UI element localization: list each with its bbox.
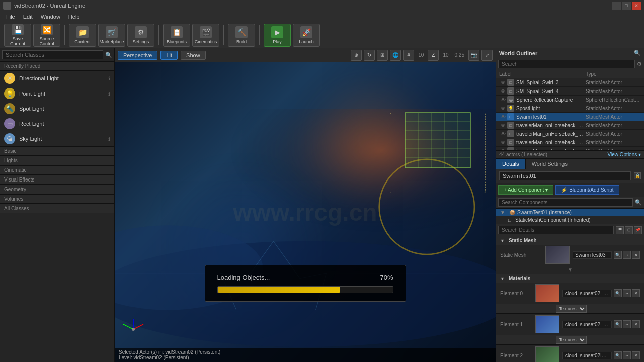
- outliner-row[interactable]: 👁 □ SM_Spiral_Swirl_4 StaticMeshActor: [496, 87, 644, 96]
- rect-light-item[interactable]: ▭ Rect Light: [0, 116, 114, 131]
- visual-effects-header[interactable]: Visual Effects: [0, 175, 114, 185]
- mat-1-clear[interactable]: ✕: [632, 320, 640, 328]
- outliner-search-icon[interactable]: 🔍: [634, 50, 641, 56]
- point-light-item[interactable]: 💡 Point Light ℹ: [0, 86, 114, 101]
- section-expand[interactable]: ▼: [496, 265, 644, 274]
- build-icon: 🔨: [235, 26, 248, 38]
- cinematics-button[interactable]: 🎬 Cinematics: [192, 24, 219, 47]
- collapse-arrow: ▼: [500, 276, 505, 281]
- row-visibility-icon[interactable]: 👁: [499, 88, 507, 94]
- mat-0-arrow[interactable]: →: [623, 289, 631, 297]
- row-visibility-icon[interactable]: 👁: [499, 106, 507, 111]
- camera-icon[interactable]: 📷: [468, 50, 479, 61]
- row-visibility-icon[interactable]: 👁: [499, 114, 507, 120]
- menu-help[interactable]: Help: [64, 13, 84, 21]
- lock-icon[interactable]: 🔒: [634, 172, 641, 179]
- class-search-input[interactable]: [2, 50, 103, 59]
- outliner-row[interactable]: 👁 □ travelerMan_onHorseback_UE4_pose3 St…: [496, 138, 644, 147]
- mat-2-browse[interactable]: 🔍: [614, 351, 622, 359]
- outliner-settings-icon[interactable]: ⚙: [637, 61, 642, 67]
- tab-details[interactable]: Details: [496, 159, 526, 169]
- component-search-input[interactable]: [498, 198, 633, 207]
- outliner-row[interactable]: 👁 💡 SpostLight StaticMeshActor: [496, 104, 644, 113]
- mat-2-arrow[interactable]: →: [623, 351, 631, 359]
- row-visibility-icon[interactable]: 👁: [499, 131, 507, 137]
- outliner-row[interactable]: 👁 □ SM_Spiral_Swirl_3 StaticMeshActor: [496, 78, 644, 87]
- detail-search-input[interactable]: [498, 226, 614, 234]
- maximize-button[interactable]: □: [622, 2, 631, 10]
- row-visibility-icon[interactable]: 👁: [499, 80, 507, 85]
- row-visibility-icon[interactable]: 👁: [499, 97, 507, 103]
- world-icon[interactable]: 🌐: [390, 50, 401, 61]
- directional-light-item[interactable]: ☀ Directional Light ℹ: [0, 71, 114, 86]
- volumes-header[interactable]: Volumes: [0, 194, 114, 204]
- perspective-button[interactable]: Perspective: [118, 51, 157, 60]
- mesh-arrow-button[interactable]: →: [623, 251, 631, 259]
- outliner-row[interactable]: 👁 □ travelerMan_onHorseback_UE4_pose1 St…: [496, 121, 644, 130]
- detail-grid-icon[interactable]: ⊞: [625, 226, 633, 234]
- outliner-search-input[interactable]: [498, 60, 635, 68]
- mat-1-dropdown[interactable]: Textures: [556, 336, 587, 344]
- settings-button[interactable]: ⚙ Settings: [127, 24, 154, 47]
- lights-header[interactable]: Lights: [0, 156, 114, 165]
- main-area: 🔍 Recently Placed ☀ Directional Light ℹ …: [0, 48, 644, 362]
- detail-pin-icon[interactable]: 📌: [634, 226, 642, 234]
- view-options-button[interactable]: View Options ▾: [607, 152, 641, 157]
- mat-0-browse[interactable]: 🔍: [614, 289, 622, 297]
- detail-list-icon[interactable]: ☰: [616, 226, 624, 234]
- all-classes-header[interactable]: All Classes: [0, 204, 114, 213]
- menu-edit[interactable]: Edit: [19, 13, 37, 21]
- cinematic-header[interactable]: Cinematic: [0, 165, 114, 175]
- content-button[interactable]: 📁 Content: [69, 24, 96, 47]
- build-button[interactable]: 🔨 Build: [228, 24, 255, 47]
- show-button[interactable]: Show: [181, 51, 206, 60]
- close-button[interactable]: ✕: [632, 2, 641, 10]
- add-component-button[interactable]: + Add Component ▾: [498, 185, 553, 195]
- component-tree-root[interactable]: ▼ 📦 SwarmTest01 (Instance): [496, 209, 644, 216]
- blueprints-button[interactable]: 📋 Blueprints: [163, 24, 190, 47]
- outliner-row[interactable]: 👁 □ travelerMan_onHorseback_UE4_pose2 St…: [496, 130, 644, 138]
- 3d-viewport[interactable]: Loading Objects... 70% Selected Actor(s)…: [115, 62, 496, 362]
- outliner-row-selected[interactable]: 👁 □ SwarmTest01 StaticMeshActor: [496, 113, 644, 121]
- row-visibility-icon[interactable]: 👁: [499, 123, 507, 128]
- mat-1-browse[interactable]: 🔍: [614, 320, 622, 328]
- menu-window[interactable]: Window: [37, 13, 64, 21]
- actor-name-input[interactable]: [499, 171, 631, 180]
- maximize-viewport-icon[interactable]: ⤢: [481, 50, 493, 61]
- translate-icon[interactable]: ⊕: [351, 50, 362, 61]
- outliner-row[interactable]: 👁 ◎ SphereReflectionCapture SphereReflec…: [496, 96, 644, 104]
- sky-light-item[interactable]: 🌤 Sky Light ℹ: [0, 131, 114, 146]
- launch-button[interactable]: 🚀 Launch: [293, 24, 320, 47]
- rotate-icon[interactable]: ↻: [364, 50, 375, 61]
- marketplace-button[interactable]: 🛒 Marketplace: [98, 24, 125, 47]
- mat-0-dropdown[interactable]: Textures: [556, 305, 587, 313]
- loading-bar-fill: [218, 287, 341, 293]
- menu-file[interactable]: File: [2, 13, 19, 21]
- static-mesh-section-header[interactable]: ▼ Static Mesh: [496, 236, 644, 245]
- save-current-button[interactable]: 💾 Save Current: [4, 24, 31, 47]
- scale-icon[interactable]: ⊞: [377, 50, 388, 61]
- mesh-clear-button[interactable]: ✕: [632, 251, 640, 259]
- mat-1-arrow[interactable]: →: [623, 320, 631, 328]
- static-mesh-row: Static Mesh SwarmTest03 🔍 → ✕: [496, 245, 644, 265]
- outliner-row[interactable]: 👁 □ travelerMan_onHorseback_UE4_pose4 St…: [496, 147, 644, 150]
- row-visibility-icon[interactable]: 👁: [499, 140, 507, 145]
- mesh-browse-button[interactable]: 🔍: [614, 251, 622, 259]
- spot-light-item[interactable]: 🔦 Spot Light: [0, 101, 114, 116]
- tab-world-settings[interactable]: World Settings: [526, 159, 574, 169]
- play-button[interactable]: ▶ Play: [264, 24, 291, 47]
- mat-2-clear[interactable]: ✕: [632, 351, 640, 359]
- mat-thumbnail-1: [535, 315, 559, 333]
- materials-section-header[interactable]: ▼ Materials: [496, 274, 644, 283]
- mat-0-clear[interactable]: ✕: [632, 289, 640, 297]
- minimize-button[interactable]: —: [612, 2, 621, 10]
- grid-icon[interactable]: #: [403, 50, 414, 61]
- basic-header[interactable]: Basic: [0, 146, 114, 156]
- angle-icon[interactable]: ∠: [428, 50, 439, 61]
- marketplace-icon: 🛒: [106, 26, 118, 38]
- component-tree-child[interactable]: □ StaticMeshComponent (Inherited): [496, 216, 644, 224]
- geometry-header[interactable]: Geometry: [0, 185, 114, 194]
- lit-button[interactable]: Lit: [160, 51, 178, 60]
- blueprint-script-button[interactable]: ⚡ Blueprint/Add Script: [555, 185, 619, 195]
- source-control-button[interactable]: 🔀 Source Control: [33, 24, 60, 47]
